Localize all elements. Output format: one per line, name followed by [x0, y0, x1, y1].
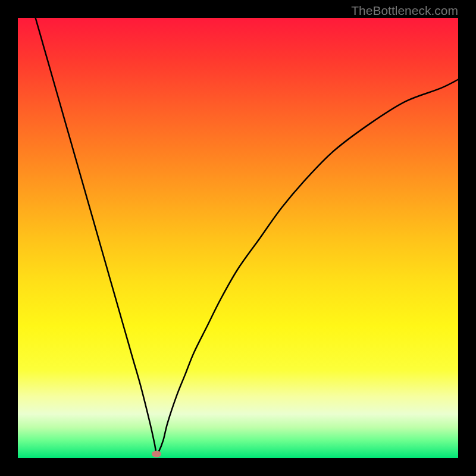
bottleneck-curve-svg: [18, 18, 458, 458]
optimal-point-marker: [152, 450, 161, 457]
bottleneck-curve-path: [36, 18, 458, 455]
watermark-text: TheBottleneck.com: [351, 4, 458, 18]
chart-plot-area: [18, 18, 458, 458]
